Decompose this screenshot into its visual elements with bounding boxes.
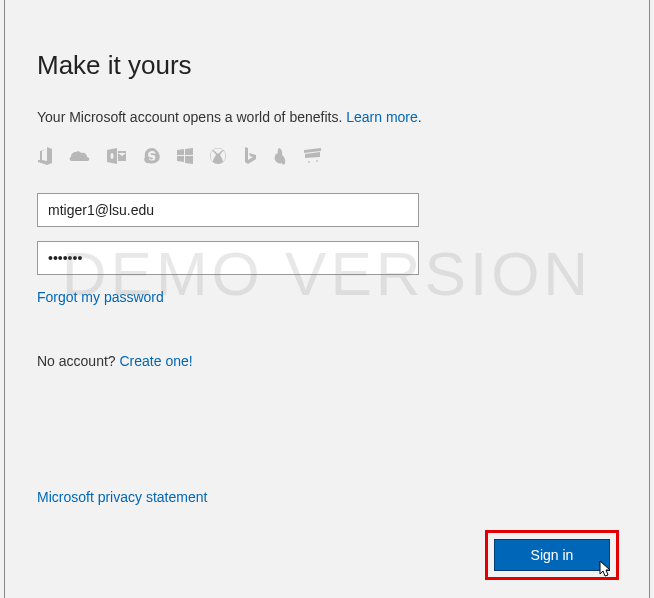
office-icon: [37, 147, 53, 169]
signin-button[interactable]: Sign in: [494, 539, 610, 571]
learn-more-link[interactable]: Learn more: [346, 109, 418, 125]
password-field[interactable]: [37, 241, 419, 275]
email-field[interactable]: [37, 193, 419, 227]
outlook-icon: [107, 148, 127, 168]
page-title: Make it yours: [37, 50, 617, 81]
subtitle-text: Your Microsoft account opens a world of …: [37, 109, 346, 125]
subtitle-period: .: [418, 109, 422, 125]
no-account-text: No account?: [37, 353, 120, 369]
privacy-statement-link[interactable]: Microsoft privacy statement: [37, 489, 207, 505]
store-icon: [303, 148, 323, 168]
no-account-row: No account? Create one!: [37, 353, 617, 369]
skype-icon: [143, 147, 161, 169]
forgot-password-link[interactable]: Forgot my password: [37, 289, 164, 305]
signin-panel: DEMO VERSION Make it yours Your Microsof…: [4, 0, 650, 598]
service-icons-row: [37, 147, 617, 169]
subtitle: Your Microsoft account opens a world of …: [37, 109, 617, 125]
msn-icon: [273, 147, 287, 169]
onedrive-icon: [69, 149, 91, 167]
create-account-link[interactable]: Create one!: [120, 353, 193, 369]
windows-icon: [177, 148, 193, 168]
xbox-icon: [209, 147, 227, 169]
bing-icon: [243, 147, 257, 169]
signin-highlight-box: Sign in: [485, 530, 619, 580]
